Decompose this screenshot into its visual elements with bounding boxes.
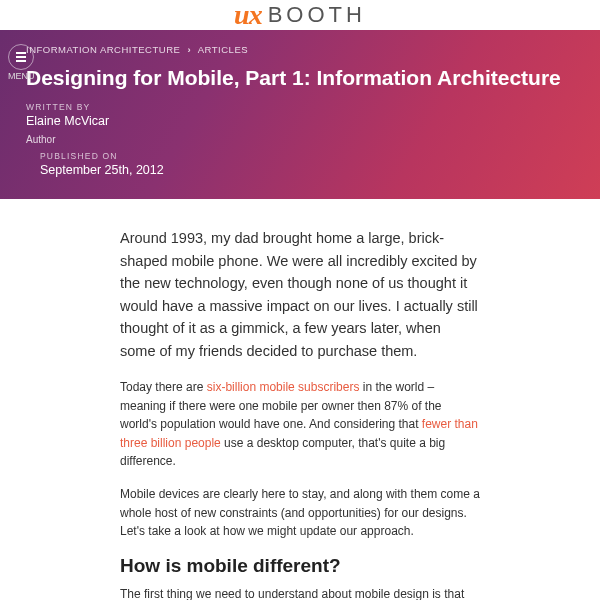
published-label: PUBLISHED ON [40, 151, 574, 161]
link-subscribers[interactable]: six-billion mobile subscribers [207, 380, 360, 394]
menu-label: MENU [8, 71, 35, 81]
menu-button[interactable]: MENU [8, 44, 35, 82]
chevron-right-icon: › [187, 44, 191, 55]
section-heading: How is mobile different? [120, 555, 480, 577]
logo-bar: ux BOOTH [0, 0, 600, 30]
breadcrumb-section[interactable]: ARTICLES [198, 44, 248, 55]
paragraph-2: Today there are six-billion mobile subsc… [120, 378, 480, 471]
paragraph-3: Mobile devices are clearly here to stay,… [120, 485, 480, 541]
hamburger-icon [8, 44, 34, 70]
logo-suffix: BOOTH [268, 2, 366, 28]
written-by-label: WRITTEN BY [26, 102, 574, 112]
author-name[interactable]: Elaine McVicar [26, 114, 574, 128]
hero: MENU INFORMATION ARCHITECTURE › ARTICLES… [0, 30, 600, 199]
lede-paragraph: Around 1993, my dad brought home a large… [120, 227, 480, 362]
breadcrumb: INFORMATION ARCHITECTURE › ARTICLES [26, 44, 574, 55]
author-role: Author [26, 134, 574, 145]
breadcrumb-category[interactable]: INFORMATION ARCHITECTURE [26, 44, 180, 55]
page-title: Designing for Mobile, Part 1: Informatio… [26, 65, 574, 90]
text: The first thing we need to understand ab… [120, 587, 464, 600]
paragraph-4: The first thing we need to understand ab… [120, 585, 480, 600]
logo-prefix: ux [234, 0, 262, 31]
text: Today there are [120, 380, 207, 394]
published-date: September 25th, 2012 [40, 163, 574, 177]
article-body: Around 1993, my dad brought home a large… [90, 199, 510, 600]
